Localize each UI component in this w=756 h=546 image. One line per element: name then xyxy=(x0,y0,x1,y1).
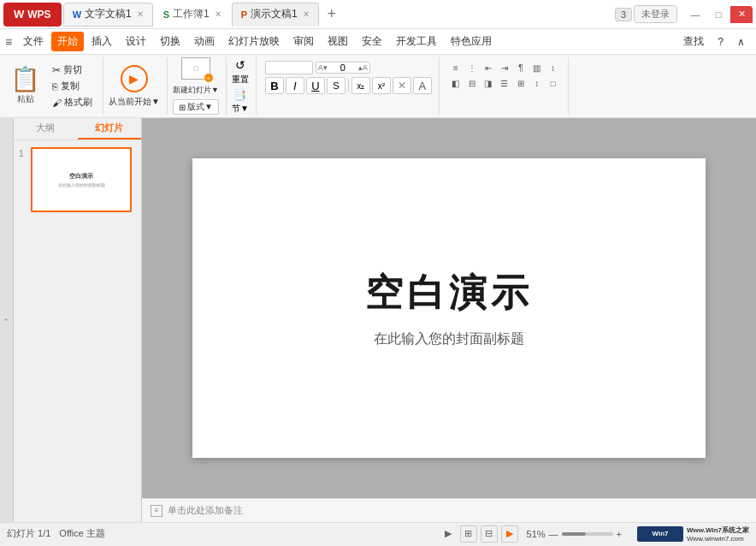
menu-animation[interactable]: 动画 xyxy=(188,32,221,51)
direction-button[interactable]: ↕ xyxy=(546,61,561,74)
word-tab-label: 文字文稿1 xyxy=(85,7,132,21)
superscript-button[interactable]: x² xyxy=(372,77,391,94)
paste-button[interactable]: 📋 粘贴 xyxy=(5,64,45,109)
reset-label: 重置 xyxy=(232,74,249,86)
font-size-decrease-button[interactable]: A▾ xyxy=(316,62,329,73)
watermark-site-top: Www.Win7系统之家 xyxy=(687,525,749,535)
new-slide-group: □ + 新建幻灯片▼ ⊞ 版式▼ xyxy=(173,57,227,115)
align-center-button[interactable]: ⊟ xyxy=(464,76,480,90)
play-button[interactable]: ▶ xyxy=(440,525,457,543)
tab-excel-doc[interactable]: S 工作簿1 ✕ xyxy=(155,3,230,27)
bullet-list-button[interactable]: ≡ xyxy=(448,61,464,74)
slide-sorter-button[interactable]: ⊟ xyxy=(481,525,498,543)
column-layout-button[interactable]: ▥ xyxy=(529,61,545,74)
cut-button[interactable]: ✂ 剪切 xyxy=(49,62,96,77)
subscript-button[interactable]: x₂ xyxy=(351,77,370,94)
zoom-slider[interactable] xyxy=(562,532,613,536)
normal-view-button[interactable]: ⊞ xyxy=(460,525,477,543)
menu-review[interactable]: 审阅 xyxy=(287,32,320,51)
minimize-button[interactable]: — xyxy=(684,6,706,23)
slide-main-title: 空白演示 xyxy=(365,268,533,318)
strikethrough-button[interactable]: S xyxy=(327,77,346,94)
search-button[interactable]: 查找 xyxy=(677,32,710,51)
notes-placeholder: 单击此处添加备注 xyxy=(168,504,243,517)
panel-tabs: 大纲 幻灯片 xyxy=(14,118,141,140)
menu-hamburger-icon[interactable]: ≡ xyxy=(5,35,12,49)
reset-group: ↺ 重置 📑 节▼ xyxy=(232,57,257,115)
add-tab-button[interactable]: + xyxy=(321,3,343,26)
slides-tab[interactable]: 幻灯片 xyxy=(78,118,142,139)
copy-button[interactable]: ⎘ 复制 xyxy=(49,79,96,93)
bold-button[interactable]: B xyxy=(265,77,284,94)
tab-word-doc[interactable]: W 文字文稿1 ✕ xyxy=(63,3,153,27)
tab-presentation-doc[interactable]: P 演示文稿1 ✕ xyxy=(232,3,319,27)
new-slide-plus-icon: + xyxy=(204,74,213,82)
menu-file[interactable]: 文件 xyxy=(17,32,50,51)
new-slide-button[interactable]: □ + 新建幻灯片▼ xyxy=(173,57,219,96)
font-size-input[interactable] xyxy=(330,62,356,73)
new-slide-icon: □ + xyxy=(181,57,210,80)
zoom-plus-button[interactable]: + xyxy=(617,529,622,539)
collapse-ribbon-button[interactable]: ∧ xyxy=(731,33,751,50)
clipboard-small-group: ✂ 剪切 ⎘ 复制 🖌 格式刷 xyxy=(49,62,96,110)
menu-start[interactable]: 开始 xyxy=(51,32,84,51)
status-bar: 幻灯片 1/1 Office 主题 ▶ ⊞ ⊟ ▶ 51% — + Win7 W… xyxy=(0,522,756,544)
slide-item-1[interactable]: 1 空白演示 在此输入您的封面副标题 xyxy=(31,147,134,212)
ppt-tab-icon: P xyxy=(241,9,247,20)
window-count-badge: 3 xyxy=(615,8,632,21)
play-from-current-group[interactable]: ▶ 从当前开始▼ xyxy=(109,57,168,115)
font-size-row: A▾ ▴A xyxy=(265,61,432,74)
wps-label: WPS xyxy=(27,9,50,21)
slide-canvas[interactable]: 空白演示 在此输入您的封面副标题 xyxy=(192,158,706,458)
align-left-button[interactable]: ◧ xyxy=(448,76,464,90)
ppt-tab-close[interactable]: ✕ xyxy=(303,9,310,19)
font-size-increase-button[interactable]: ▴A xyxy=(357,62,369,73)
slide-sub-title: 在此输入您的封面副标题 xyxy=(374,330,524,348)
slide-thumb-title-1: 空白演示 xyxy=(69,172,93,181)
word-tab-close[interactable]: ✕ xyxy=(137,9,144,19)
clear-format-button[interactable]: ✕ xyxy=(393,77,411,94)
align-distribute-button[interactable]: ⊞ xyxy=(513,76,529,90)
menu-features[interactable]: 特色应用 xyxy=(445,32,498,51)
underline-button[interactable]: U xyxy=(306,77,325,94)
line-spacing-button[interactable]: ↕ xyxy=(529,76,545,90)
text-box-button[interactable]: □ xyxy=(546,76,561,90)
help-button[interactable]: ? xyxy=(712,33,729,50)
indent-decrease-button[interactable]: ⇤ xyxy=(481,61,496,74)
reset-button[interactable]: ↺ 重置 xyxy=(232,58,249,86)
layout-button[interactable]: ⊞ 版式▼ xyxy=(173,99,219,115)
close-button[interactable]: ✕ xyxy=(730,6,753,23)
align-justify-button[interactable]: ☰ xyxy=(497,76,512,90)
align-right-button[interactable]: ◨ xyxy=(481,76,496,90)
zoom-control: 51% — + xyxy=(527,529,622,539)
menu-insert[interactable]: 插入 xyxy=(86,32,118,51)
menu-switch[interactable]: 切换 xyxy=(154,32,186,51)
italic-button[interactable]: I xyxy=(286,77,304,94)
slide-number-1: 1 xyxy=(19,149,24,158)
canvas-scroll[interactable]: 空白演示 在此输入您的封面副标题 xyxy=(142,118,756,498)
notes-bar[interactable]: ≡ 单击此处添加备注 xyxy=(142,498,756,522)
paragraph-group: ≡ ⋮ ⇤ ⇥ ¶ ▥ ↕ ◧ ⊟ ◨ ☰ ⊞ ↕ □ xyxy=(445,57,569,115)
excel-tab-close[interactable]: ✕ xyxy=(215,9,221,19)
section-button[interactable]: 📑 节▼ xyxy=(232,89,249,115)
format-brush-button[interactable]: 🖌 格式刷 xyxy=(49,95,96,110)
paragraph-setting-button[interactable]: ¶ xyxy=(513,61,529,74)
font-color-button[interactable]: A xyxy=(413,77,432,94)
login-button[interactable]: 未登录 xyxy=(634,5,677,23)
menu-slideshow[interactable]: 幻灯片放映 xyxy=(222,32,286,51)
watermark-text: Win7 xyxy=(653,530,669,537)
panel-collapse-button[interactable]: ‹ xyxy=(0,118,14,522)
outline-tab[interactable]: 大纲 xyxy=(14,118,78,139)
menu-design[interactable]: 设计 xyxy=(120,32,152,51)
format-brush-label: 格式刷 xyxy=(64,96,92,109)
indent-increase-button[interactable]: ⇥ xyxy=(497,61,512,74)
font-name-input[interactable] xyxy=(265,61,313,74)
menu-devtools[interactable]: 开发工具 xyxy=(390,32,443,51)
menu-view[interactable]: 视图 xyxy=(322,32,354,51)
zoom-minus-button[interactable]: — xyxy=(549,529,558,539)
menu-security[interactable]: 安全 xyxy=(356,32,388,51)
numbered-list-button[interactable]: ⋮ xyxy=(464,61,480,74)
wps-logo-tab[interactable]: W WPS xyxy=(3,3,62,27)
restore-button[interactable]: □ xyxy=(707,6,729,23)
reading-view-button[interactable]: ▶ xyxy=(501,525,518,543)
